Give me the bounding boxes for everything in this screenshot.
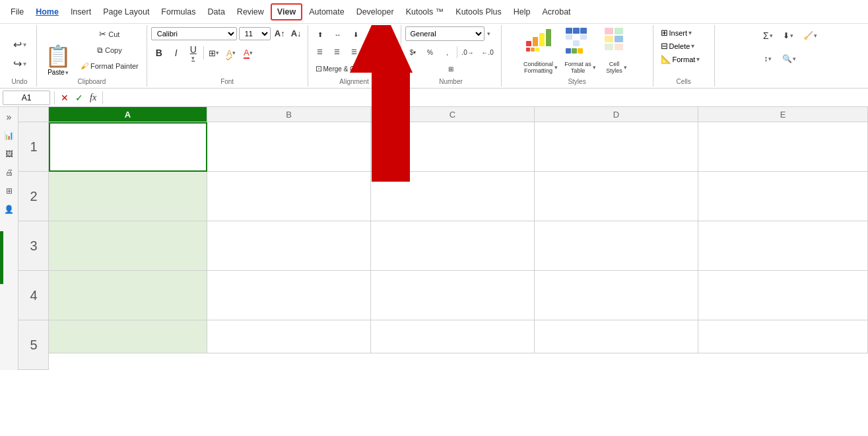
cell-A2[interactable] bbox=[49, 172, 207, 221]
menu-automate[interactable]: Automate bbox=[304, 5, 350, 19]
decrease-indent-button[interactable]: ⇤ bbox=[364, 44, 380, 59]
formula-confirm-icon[interactable]: ✓ bbox=[73, 91, 85, 104]
cell-D1[interactable] bbox=[535, 122, 698, 172]
format-as-table-button[interactable]: Format asTable ▾ bbox=[562, 26, 599, 75]
cell-reference-box[interactable] bbox=[3, 91, 50, 105]
menu-file[interactable]: File bbox=[5, 5, 29, 19]
conditional-formatting-button[interactable]: ConditionalFormatting ▾ bbox=[522, 26, 559, 75]
align-top-button[interactable]: ⬆ bbox=[312, 27, 328, 42]
find-select-button[interactable]: 🔍 ▾ bbox=[778, 50, 800, 68]
insert-cells-button[interactable]: ⊞ Insert ▾ bbox=[657, 26, 710, 39]
font-size-select[interactable]: 11 bbox=[239, 27, 271, 40]
cell-A4[interactable] bbox=[49, 271, 207, 320]
cell-A5[interactable] bbox=[49, 320, 207, 353]
cell-A3[interactable] bbox=[49, 221, 207, 271]
sidebar-print-icon[interactable]: 🖨 bbox=[2, 165, 17, 180]
cell-C5[interactable] bbox=[371, 320, 535, 353]
cell-C2[interactable] bbox=[371, 172, 535, 221]
format-painter-button[interactable]: 🖌 Format Painter bbox=[77, 59, 143, 73]
copy-button[interactable]: ⧉ Copy bbox=[77, 43, 143, 57]
cell-E5[interactable] bbox=[698, 320, 868, 353]
cell-C3[interactable] bbox=[371, 221, 535, 271]
cell-D3[interactable] bbox=[535, 221, 698, 271]
menu-kutools[interactable]: Kutools ™ bbox=[401, 5, 450, 19]
increase-decimal-button[interactable]: .0→ bbox=[459, 45, 477, 59]
align-middle-button[interactable]: ↔ bbox=[330, 27, 346, 42]
number-format-select[interactable]: General bbox=[405, 26, 484, 41]
menu-formulas[interactable]: Formulas bbox=[156, 5, 201, 19]
cell-D5[interactable] bbox=[535, 320, 698, 353]
decrease-decimal-button[interactable]: ←.0 bbox=[479, 45, 497, 59]
wrap-text-button[interactable]: ↵ WrapText bbox=[366, 26, 391, 42]
cell-D2[interactable] bbox=[535, 172, 698, 221]
sidebar-chart-icon[interactable]: 📊 bbox=[2, 128, 17, 143]
fill-color-button[interactable]: A▾ bbox=[223, 45, 239, 61]
decrease-font-size-button[interactable]: A↓ bbox=[289, 26, 304, 40]
percent-button[interactable]: % bbox=[422, 45, 438, 59]
align-center-button[interactable]: ☰ bbox=[329, 44, 345, 59]
menu-page-layout[interactable]: Page Layout bbox=[98, 5, 154, 19]
sidebar-user-icon[interactable]: 👤 bbox=[2, 202, 17, 217]
border-button[interactable]: ⊞▾ bbox=[206, 45, 222, 61]
accounting-format-button[interactable]: $▾ bbox=[405, 45, 421, 59]
menu-kutools-plus[interactable]: Kutools Plus bbox=[450, 5, 506, 19]
italic-button[interactable]: I bbox=[168, 45, 184, 61]
cut-button[interactable]: ✂ Cut bbox=[77, 26, 143, 42]
cell-C1[interactable] bbox=[371, 122, 535, 172]
col-header-E[interactable]: E bbox=[698, 107, 868, 122]
align-right-button[interactable]: ☰ bbox=[347, 44, 362, 59]
sum-button[interactable]: Σ ▾ bbox=[758, 26, 777, 45]
fill-button[interactable]: ⬇ ▾ bbox=[779, 26, 797, 45]
sidebar-image-icon[interactable]: 🖼 bbox=[2, 147, 17, 161]
merge-cells-button[interactable]: ⊡ Merge & Center ▾ bbox=[312, 61, 378, 76]
menu-home[interactable]: Home bbox=[30, 5, 64, 19]
col-header-D[interactable]: D bbox=[535, 107, 698, 122]
formula-input[interactable] bbox=[107, 92, 865, 104]
underline-button[interactable]: U▾ bbox=[185, 42, 201, 63]
row-header-2[interactable]: 2 bbox=[18, 172, 49, 221]
sidebar-table-icon[interactable]: ⊞ bbox=[2, 184, 17, 198]
menu-developer[interactable]: Developer bbox=[351, 5, 399, 19]
undo-button[interactable]: ↩▾ bbox=[8, 36, 32, 54]
formula-cancel-icon[interactable]: ✕ bbox=[59, 91, 71, 104]
clear-button[interactable]: 🧹 ▾ bbox=[799, 26, 821, 45]
cell-B5[interactable] bbox=[207, 320, 371, 353]
menu-help[interactable]: Help bbox=[508, 5, 536, 19]
format-cells-launcher[interactable]: ⊞ bbox=[405, 63, 497, 75]
row-header-4[interactable]: 4 bbox=[18, 271, 49, 320]
font-color-button[interactable]: A▾ bbox=[240, 45, 256, 61]
increase-font-size-button[interactable]: A↑ bbox=[273, 26, 287, 40]
cell-C4[interactable] bbox=[371, 271, 535, 320]
paste-button[interactable]: 📋 Paste ▾ bbox=[41, 26, 75, 76]
cell-styles-button[interactable]: CellStyles ▾ bbox=[601, 26, 632, 75]
col-header-A[interactable]: A bbox=[49, 107, 207, 122]
sort-filter-button[interactable]: ↕ ▾ bbox=[758, 50, 777, 68]
menu-view[interactable]: View bbox=[271, 3, 302, 20]
redo-button[interactable]: ↪▾ bbox=[8, 55, 32, 73]
cell-A1[interactable] bbox=[49, 122, 207, 172]
row-header-1[interactable]: 1 bbox=[18, 122, 49, 172]
row-header-5[interactable]: 5 bbox=[18, 320, 49, 370]
sidebar-collapse-icon[interactable]: » bbox=[2, 110, 17, 124]
cell-B1[interactable] bbox=[207, 122, 371, 172]
cell-B4[interactable] bbox=[207, 271, 371, 320]
format-cells-button[interactable]: 📐 Format ▾ bbox=[657, 53, 710, 65]
cell-E4[interactable] bbox=[698, 271, 868, 320]
increase-indent-button[interactable]: ⇥ bbox=[381, 44, 397, 59]
align-bottom-button[interactable]: ⬇ bbox=[348, 27, 364, 42]
delete-cells-button[interactable]: ⊟ Delete ▾ bbox=[657, 40, 710, 52]
col-header-B[interactable]: B bbox=[207, 107, 371, 122]
menu-data[interactable]: Data bbox=[202, 5, 230, 19]
row-header-3[interactable]: 3 bbox=[18, 221, 49, 271]
cell-E2[interactable] bbox=[698, 172, 868, 221]
cell-B3[interactable] bbox=[207, 221, 371, 271]
fx-icon[interactable]: fx bbox=[88, 91, 98, 104]
cell-D4[interactable] bbox=[535, 271, 698, 320]
bold-button[interactable]: B bbox=[151, 45, 167, 61]
menu-review[interactable]: Review bbox=[232, 5, 269, 19]
menu-insert[interactable]: Insert bbox=[65, 5, 96, 19]
align-left-button[interactable]: ☰ bbox=[312, 44, 328, 59]
col-header-C[interactable]: C bbox=[371, 107, 535, 122]
comma-button[interactable]: , bbox=[440, 45, 455, 59]
cell-B2[interactable] bbox=[207, 172, 371, 221]
